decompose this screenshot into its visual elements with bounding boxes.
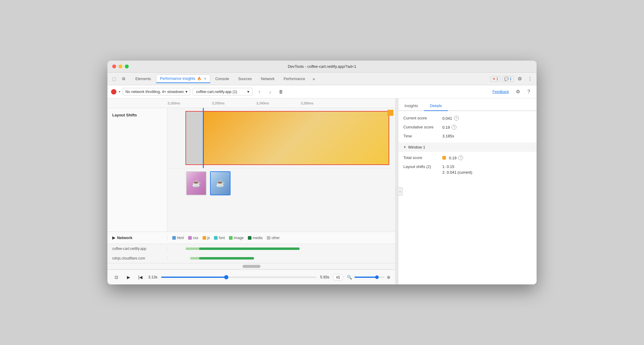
network-row-1-label: coffee-cart.netlify.app (107, 247, 167, 251)
playback-slider-fill (161, 277, 227, 278)
settings-button[interactable]: ⚙ (516, 75, 524, 83)
info-icon: 💬 (504, 77, 509, 81)
network-row-1[interactable]: coffee-cart.netlify.app (107, 244, 395, 254)
window1-expand-icon: ▼ (403, 146, 406, 149)
feedback-link[interactable]: Feedback (492, 90, 509, 94)
tab-insights[interactable]: Insights (399, 101, 424, 111)
export-button[interactable]: ↑ (255, 88, 263, 96)
marker-1: 3,160ms (167, 101, 212, 105)
help-button[interactable]: ? (525, 88, 533, 96)
layout-shifts-content[interactable]: ☕ ☕ (167, 108, 395, 232)
marker-3: 3,240ms (256, 101, 301, 105)
html-dot (172, 236, 176, 240)
network-label[interactable]: ▶ Network (107, 236, 167, 240)
minimize-button[interactable] (119, 64, 122, 68)
tab-badges: ✕ 1 💬 1 ⚙ ⋮ (490, 75, 534, 83)
right-tabs: Insights Details (399, 98, 537, 111)
window-title: DevTools - coffee-cart.netlify.app/?ad=1 (288, 64, 356, 69)
import-button[interactable]: ↓ (266, 88, 274, 96)
network-rows: coffee-cart.netlify.app cdnjs.cloudflare… (107, 244, 395, 263)
network-row-2[interactable]: cdnjs.cloudflare.com (107, 254, 395, 263)
panel-divider[interactable]: ‹ (396, 98, 399, 284)
settings-icon-button[interactable]: ⚙ (514, 88, 522, 96)
legend-css: css (188, 236, 198, 240)
delete-button[interactable]: 🗑 (277, 88, 285, 96)
layout-shifts-detail-label: Layout shifts (2) (403, 164, 442, 169)
layout-viz[interactable] (167, 108, 395, 168)
maximize-button[interactable] (125, 64, 129, 68)
pointer-icon[interactable]: ⬚ (110, 75, 118, 83)
layout-shifts-section: Layout Shifts (107, 108, 395, 232)
current-score-row: Current score 0.041 ? (403, 116, 532, 121)
total-score-row: Total score 0.19 ? (403, 155, 532, 160)
playback-slider-thumb (224, 275, 228, 279)
total-score-badge (442, 156, 446, 160)
tab-sources[interactable]: Sources (234, 75, 256, 83)
playback-start-time: 3.13s (148, 275, 158, 279)
screenshot-toggle-button[interactable]: ⊡ (112, 273, 121, 281)
error-badge[interactable]: ✕ 1 (490, 76, 501, 82)
network-bar-main-2 (199, 257, 254, 260)
tab-close-icon[interactable]: ✕ (204, 77, 206, 80)
right-panel: Insights Details Current score 0.041 ? C… (399, 98, 537, 284)
tab-details[interactable]: Details (424, 101, 448, 111)
image-dot (229, 236, 233, 240)
collapse-arrow[interactable]: ‹ (397, 187, 403, 196)
layout-shifts-detail-value: 1. 0.15 2. 0.041 (current) (442, 164, 472, 175)
skip-to-start-button[interactable]: |◀ (136, 273, 145, 281)
thumbnail-before[interactable]: ☕ (186, 171, 206, 195)
tab-performance[interactable]: Performance (280, 75, 309, 83)
zoom-fill (354, 277, 377, 278)
info-badge[interactable]: 💬 1 (502, 76, 514, 82)
thumbnail-selected[interactable]: ☕ (210, 171, 230, 195)
tab-elements[interactable]: Elements (131, 75, 155, 83)
more-options-button[interactable]: ⋮ (526, 75, 534, 83)
network-bar-container-2 (167, 254, 395, 263)
thumb-cup-icon-2: ☕ (216, 179, 225, 188)
time-label: Time (403, 134, 442, 138)
speed-selector[interactable]: x1 (333, 274, 343, 280)
device-icon[interactable]: ⧉ (119, 75, 128, 83)
current-score-value: 0.041 ? (442, 116, 459, 121)
record-dropdown-icon[interactable]: ▾ (119, 90, 120, 93)
cumulative-score-label: Cumulative score (403, 125, 442, 129)
time-row: Time 3.185s (403, 134, 532, 138)
thumb-cup-icon: ☕ (192, 179, 201, 188)
current-score-help-icon[interactable]: ? (454, 116, 459, 121)
traffic-lights (112, 64, 129, 68)
layout-shifts-label: Layout Shifts (107, 108, 167, 232)
network-collapse-icon: ▶ (112, 236, 115, 240)
font-dot (214, 236, 218, 240)
zoom-slider[interactable] (354, 277, 384, 278)
scrollbar-thumb[interactable] (242, 265, 260, 268)
timeline-header: 3,160ms 3,200ms 3,240ms 3,280ms (107, 98, 395, 108)
playback-slider-container[interactable] (161, 277, 317, 278)
network-header-row: ▶ Network html css (107, 232, 395, 244)
more-tabs-button[interactable]: » (310, 75, 317, 82)
url-select[interactable]: coffee-cart.netlify.app (1) ▾ (193, 88, 253, 95)
media-dot (248, 236, 251, 240)
shift-overlay (185, 111, 389, 165)
tab-network[interactable]: Network (257, 75, 278, 83)
zoom-in-icon[interactable]: ⊕ (387, 275, 390, 280)
zoom-out-icon[interactable]: 🔍 (347, 275, 352, 280)
css-dot (188, 236, 192, 240)
legend-font: font (214, 236, 225, 240)
titlebar: DevTools - coffee-cart.netlify.app/?ad=1 (107, 61, 537, 73)
thumbnails-row: ☕ ☕ (167, 168, 395, 198)
cumulative-score-help-icon[interactable]: ? (452, 125, 456, 130)
total-score-label: Total score (403, 155, 442, 160)
throttle-select[interactable]: No network throttling, 4× slowdown ▾ (123, 88, 190, 95)
legend-image: image (229, 236, 244, 240)
close-button[interactable] (112, 64, 116, 68)
tab-performance-insights[interactable]: Performance insights 🔥 ✕ (156, 74, 210, 83)
shift-indicator-line (203, 108, 204, 168)
tab-console[interactable]: Console (212, 75, 233, 83)
legend-other: other (267, 236, 280, 240)
record-button[interactable] (111, 89, 116, 94)
playback-slider[interactable] (161, 277, 317, 278)
play-button[interactable]: ▶ (124, 273, 133, 281)
scrollbar-area[interactable] (107, 263, 395, 269)
total-score-value: 0.19 ? (442, 155, 463, 160)
total-score-help-icon[interactable]: ? (458, 155, 463, 160)
